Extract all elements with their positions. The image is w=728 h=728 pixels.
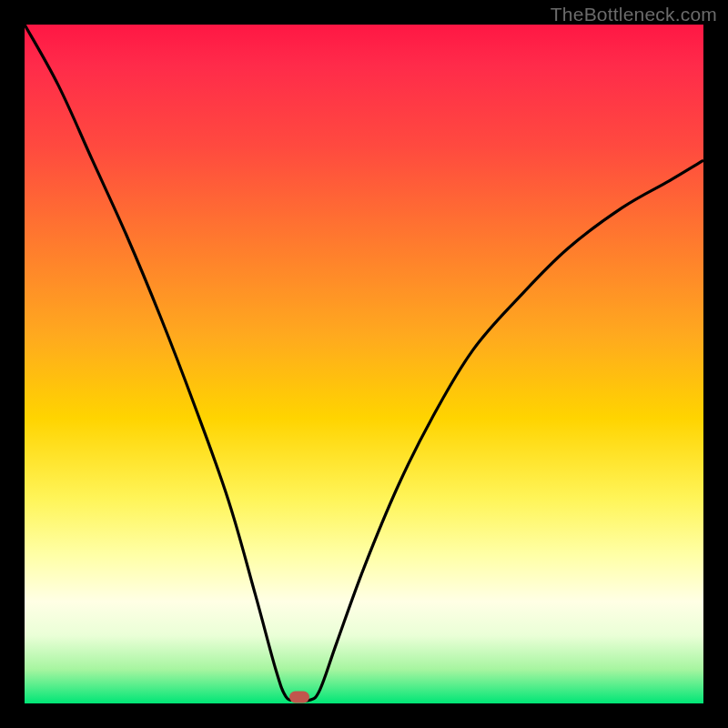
chart-frame [25,25,703,703]
bottleneck-curve [25,25,703,703]
optimal-point-marker [289,691,309,703]
watermark-text: TheBottleneck.com [551,4,717,25]
